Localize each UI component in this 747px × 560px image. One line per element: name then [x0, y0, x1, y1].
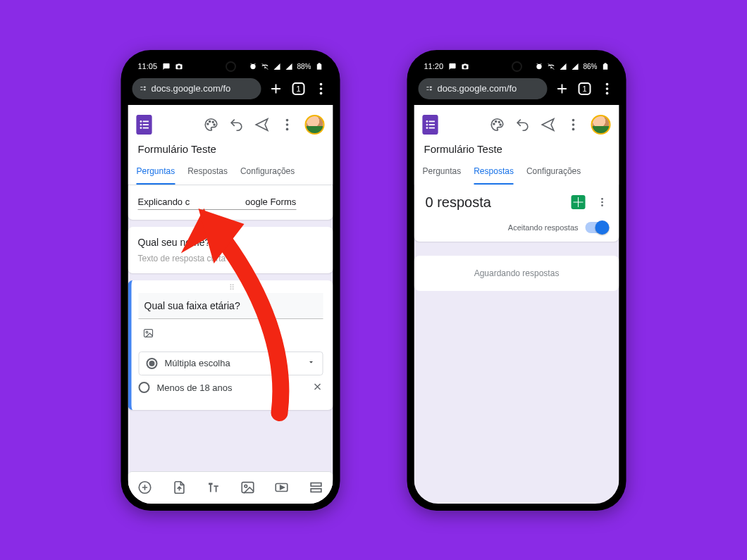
svg-point-36 — [495, 120, 497, 122]
send-button[interactable] — [541, 117, 556, 132]
user-avatar[interactable] — [591, 115, 611, 135]
svg-point-11 — [209, 120, 211, 122]
signal-icon — [285, 63, 292, 70]
theme-palette-button[interactable] — [204, 117, 219, 132]
camera-hole — [227, 63, 235, 70]
google-forms-logo-icon — [137, 115, 152, 135]
new-tab-button[interactable] — [555, 81, 570, 97]
url-text: docs.google.com/fo — [152, 83, 231, 94]
phone-mockup-left: 11:05 88% — [121, 50, 340, 511]
svg-rect-7 — [143, 124, 149, 125]
forms-responses: Formulário Teste Perguntas Respostas Con… — [414, 105, 619, 504]
svg-point-42 — [601, 198, 603, 200]
add-question-button[interactable] — [137, 480, 153, 495]
url-text: docs.google.com/fo — [438, 83, 517, 94]
form-title[interactable]: Formulário Teste — [137, 139, 325, 158]
forms-menu-button[interactable] — [566, 117, 581, 132]
message-icon — [448, 63, 456, 70]
question-card-2-selected[interactable]: ⠿ /* value set via custom below */ Múlti… — [128, 280, 333, 410]
svg-rect-23 — [311, 483, 321, 487]
option-label[interactable]: Menos de 18 anos — [157, 382, 233, 393]
remove-option-button[interactable] — [312, 381, 323, 394]
forms-topbar: Formulário Teste Perguntas Respostas Con… — [128, 105, 333, 185]
question-title-input[interactable] — [139, 293, 323, 319]
add-section-button[interactable] — [308, 480, 323, 495]
site-settings-icon — [140, 85, 147, 92]
tab-configuracoes[interactable]: Configurações — [240, 161, 295, 185]
browser-toolbar: docs.google.com/fo 1 — [128, 75, 333, 105]
svg-point-0 — [320, 82, 323, 85]
signal-icon — [571, 63, 579, 70]
site-settings-icon — [426, 85, 433, 92]
tab-count: 1 — [292, 82, 305, 95]
tab-switcher-button[interactable]: 1 — [577, 81, 593, 97]
svg-rect-32 — [429, 124, 435, 125]
battery-icon — [602, 63, 610, 70]
questions-list[interactable]: Explicando como usar o Google Forms Qual… — [128, 185, 333, 504]
answer-placeholder: Texto de resposta curta — [138, 254, 323, 263]
import-questions-button[interactable] — [171, 480, 187, 495]
url-bar[interactable]: docs.google.com/fo — [419, 78, 548, 99]
drag-handle-icon[interactable]: ⠿ — [229, 283, 236, 292]
new-tab-button[interactable] — [268, 81, 284, 97]
responses-menu-button[interactable] — [597, 194, 608, 210]
svg-point-38 — [500, 124, 501, 125]
svg-point-4 — [140, 120, 142, 123]
svg-rect-5 — [143, 120, 149, 122]
link-to-sheets-button[interactable] — [572, 195, 586, 209]
form-header-card[interactable]: Explicando como usar o Google Forms — [128, 185, 333, 220]
add-image-to-question-button[interactable] — [139, 323, 159, 343]
undo-button[interactable] — [229, 117, 245, 132]
svg-rect-20 — [242, 483, 254, 493]
theme-palette-button[interactable] — [490, 117, 505, 132]
forms-menu-button[interactable] — [280, 117, 295, 132]
question-type-label: Múltipla escolha — [165, 358, 230, 368]
send-button[interactable] — [254, 117, 270, 132]
browser-menu-button[interactable] — [314, 81, 329, 97]
browser-menu-button[interactable] — [600, 81, 615, 97]
form-title[interactable]: Formulário Teste — [423, 139, 611, 158]
svg-point-21 — [245, 485, 247, 487]
message-icon — [162, 63, 170, 70]
tab-perguntas[interactable]: Perguntas — [137, 161, 175, 185]
forms-tabs: Perguntas Respostas Configurações — [423, 161, 611, 185]
form-description[interactable]: Explicando como usar o Google Forms — [138, 197, 297, 210]
phone-mockup-right: 11:20 86% docs.google.com/fo — [407, 50, 626, 511]
google-forms-logo-icon — [423, 115, 438, 135]
svg-rect-17 — [144, 329, 153, 337]
svg-point-29 — [426, 120, 428, 123]
tab-count: 1 — [579, 82, 591, 95]
signal-icon — [559, 63, 567, 70]
add-video-button[interactable] — [274, 480, 290, 495]
svg-rect-30 — [429, 120, 435, 122]
add-title-button[interactable] — [206, 480, 221, 495]
browser-toolbar: docs.google.com/fo 1 — [414, 75, 619, 105]
svg-rect-9 — [143, 127, 149, 128]
option-row-1[interactable]: Menos de 18 anos — [139, 375, 323, 400]
question-title[interactable]: Qual seu nome? — [138, 237, 323, 248]
wifi-off-icon — [261, 63, 268, 70]
tab-respostas[interactable]: Respostas — [187, 161, 228, 185]
svg-point-33 — [426, 127, 428, 129]
tab-perguntas[interactable]: Perguntas — [423, 161, 462, 185]
svg-point-13 — [214, 124, 215, 125]
tab-respostas[interactable]: Respostas — [474, 161, 514, 185]
radio-icon — [139, 382, 150, 393]
tab-configuracoes[interactable]: Configurações — [526, 161, 581, 185]
wifi-off-icon — [547, 63, 555, 70]
svg-point-26 — [606, 87, 609, 90]
url-bar[interactable]: docs.google.com/fo — [132, 78, 261, 99]
user-avatar[interactable] — [305, 115, 325, 135]
multiple-choice-icon — [147, 358, 158, 369]
question-card-1[interactable]: Qual seu nome? Texto de resposta curta — [128, 227, 333, 273]
question-type-select[interactable]: Múltipla escolha — [139, 351, 323, 375]
camera-icon — [175, 63, 183, 70]
undo-button[interactable] — [515, 117, 531, 132]
svg-point-41 — [572, 127, 575, 130]
battery-percent: 86% — [583, 63, 597, 70]
tab-switcher-button[interactable]: 1 — [291, 81, 307, 97]
forms-topbar: Formulário Teste Perguntas Respostas Con… — [414, 105, 619, 185]
svg-point-37 — [498, 121, 500, 123]
accepting-responses-toggle[interactable] — [586, 222, 608, 233]
add-image-button[interactable] — [240, 480, 255, 495]
